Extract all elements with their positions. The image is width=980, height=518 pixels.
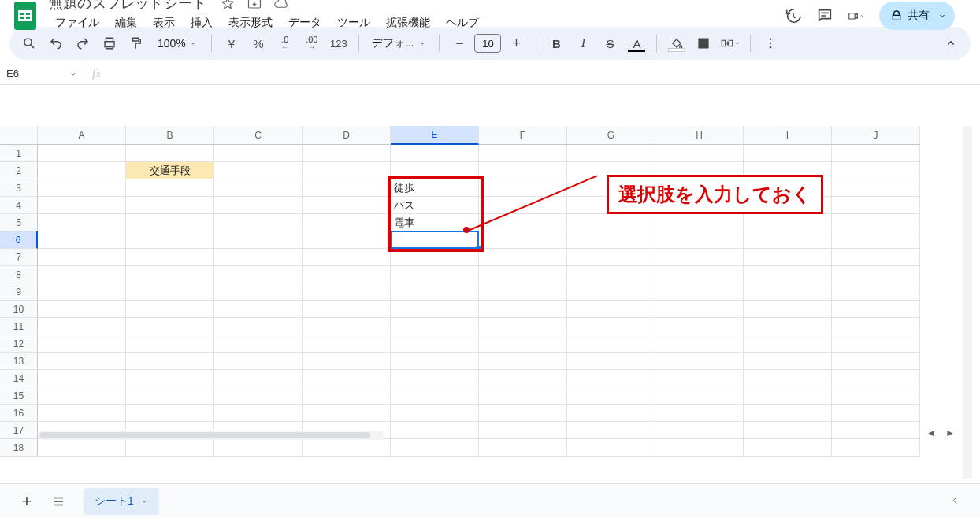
cell-F16[interactable]	[479, 405, 567, 422]
cell-G8[interactable]	[567, 266, 655, 283]
cell-B11[interactable]	[126, 318, 214, 335]
cell-D11[interactable]	[303, 318, 391, 335]
cell-E15[interactable]	[391, 387, 479, 405]
sheets-app-icon[interactable]	[9, 0, 41, 31]
explore-button[interactable]	[944, 490, 967, 513]
cell-C14[interactable]	[214, 370, 303, 387]
cell-F5[interactable]	[479, 214, 567, 231]
select-all-corner[interactable]	[0, 126, 38, 145]
bold-button[interactable]: B	[544, 31, 568, 55]
cell-D10[interactable]	[303, 301, 391, 318]
cell-C3[interactable]	[214, 179, 303, 197]
cell-I8[interactable]	[744, 266, 832, 283]
row-header-9[interactable]: 9	[0, 283, 38, 301]
cell-B6[interactable]	[126, 231, 214, 249]
cell-J1[interactable]	[832, 145, 920, 162]
cell-C11[interactable]	[214, 318, 303, 335]
scroll-left-button[interactable]: ◄	[923, 427, 939, 439]
share-dropdown[interactable]	[930, 2, 955, 30]
cell-A18[interactable]	[38, 439, 126, 457]
cell-E13[interactable]	[391, 353, 479, 370]
cell-E8[interactable]	[391, 266, 479, 283]
cell-F10[interactable]	[479, 301, 567, 318]
cell-B10[interactable]	[126, 301, 214, 318]
cell-D4[interactable]	[303, 197, 391, 214]
cell-C8[interactable]	[214, 266, 303, 283]
cell-H18[interactable]	[655, 439, 744, 457]
cell-B12[interactable]	[126, 335, 214, 353]
cell-B14[interactable]	[126, 370, 214, 387]
cell-B15[interactable]	[126, 387, 214, 405]
row-header-16[interactable]: 16	[0, 405, 38, 422]
cell-F8[interactable]	[479, 266, 567, 283]
move-folder-icon[interactable]	[246, 0, 263, 12]
cell-E9[interactable]	[391, 283, 479, 301]
cell-F15[interactable]	[479, 387, 567, 405]
cell-A6[interactable]	[38, 231, 126, 249]
cell-C4[interactable]	[214, 197, 303, 214]
cell-A2[interactable]	[38, 162, 126, 179]
cell-G13[interactable]	[567, 353, 655, 370]
cell-C15[interactable]	[214, 387, 303, 405]
cell-H1[interactable]	[655, 145, 744, 162]
cell-B4[interactable]	[126, 197, 214, 214]
cell-B9[interactable]	[126, 283, 214, 301]
scroll-right-button[interactable]: ►	[942, 427, 958, 439]
cell-A12[interactable]	[38, 335, 126, 353]
column-header-J[interactable]: J	[832, 126, 920, 145]
cell-J11[interactable]	[832, 318, 920, 335]
font-select[interactable]: デフォ...	[367, 36, 432, 50]
cell-G18[interactable]	[567, 439, 655, 457]
cell-A8[interactable]	[38, 266, 126, 283]
cell-D9[interactable]	[303, 283, 391, 301]
meet-icon[interactable]	[848, 7, 865, 24]
row-header-3[interactable]: 3	[0, 179, 38, 197]
cell-J6[interactable]	[832, 231, 920, 249]
cell-I12[interactable]	[744, 335, 832, 353]
row-header-10[interactable]: 10	[0, 301, 38, 318]
cell-E11[interactable]	[391, 318, 479, 335]
row-header-6[interactable]: 6	[0, 231, 38, 249]
print-icon[interactable]	[98, 31, 121, 55]
cell-J18[interactable]	[832, 439, 920, 457]
document-title[interactable]: 無題のスプレッドシート	[49, 0, 206, 13]
cell-C10[interactable]	[214, 301, 303, 318]
cell-B7[interactable]	[126, 249, 214, 266]
merge-cells-button[interactable]	[718, 31, 742, 55]
cell-D14[interactable]	[303, 370, 391, 387]
row-header-18[interactable]: 18	[0, 439, 38, 457]
cell-D7[interactable]	[303, 249, 391, 266]
increase-decimal-button[interactable]: .00→	[300, 31, 324, 55]
horizontal-scrollbar[interactable]	[38, 431, 384, 440]
cell-G11[interactable]	[567, 318, 655, 335]
cell-F2[interactable]	[479, 162, 567, 179]
cell-J16[interactable]	[832, 405, 920, 422]
cell-G14[interactable]	[567, 370, 655, 387]
cell-H8[interactable]	[655, 266, 744, 283]
cell-E12[interactable]	[391, 335, 479, 353]
cell-C2[interactable]	[214, 162, 303, 179]
sheet-tab-active[interactable]: シート1	[84, 488, 159, 515]
cell-I17[interactable]	[744, 422, 832, 439]
cell-D2[interactable]	[303, 162, 391, 179]
cell-J3[interactable]	[832, 179, 920, 197]
text-color-button[interactable]: A	[625, 31, 648, 55]
cell-H13[interactable]	[655, 353, 744, 370]
cell-B5[interactable]	[126, 214, 214, 231]
cell-B16[interactable]	[126, 405, 214, 422]
cell-H5[interactable]	[655, 214, 744, 231]
menu-view[interactable]: 表示	[147, 13, 181, 33]
cell-F9[interactable]	[479, 283, 567, 301]
cell-I6[interactable]	[744, 231, 832, 249]
cell-G9[interactable]	[567, 283, 655, 301]
row-header-14[interactable]: 14	[0, 370, 38, 387]
cell-H16[interactable]	[655, 405, 744, 422]
column-header-E[interactable]: E	[391, 126, 479, 145]
cell-I7[interactable]	[744, 249, 832, 266]
cell-C9[interactable]	[214, 283, 303, 301]
row-header-13[interactable]: 13	[0, 353, 38, 370]
cell-I13[interactable]	[744, 353, 832, 370]
cell-E1[interactable]	[391, 145, 479, 162]
cell-D3[interactable]	[303, 179, 391, 197]
strikethrough-button[interactable]: S	[598, 31, 622, 55]
